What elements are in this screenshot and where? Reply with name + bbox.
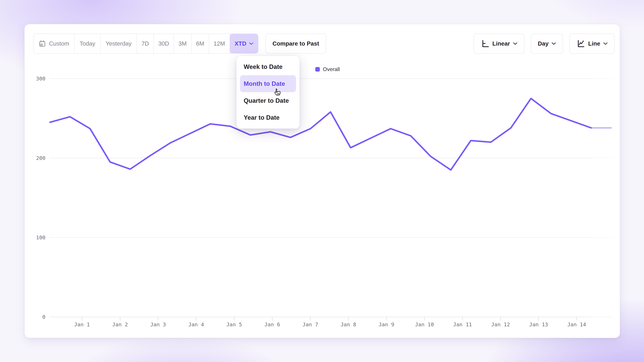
y-axis-label: 100 (36, 234, 46, 241)
scale-dropdown[interactable]: Linear (474, 33, 524, 54)
x-axis-label: Jan 7 (302, 322, 318, 328)
y-axis-label: 200 (36, 155, 46, 161)
x-axis-label: Jan 1 (74, 322, 90, 328)
compare-to-past-button[interactable]: Compare to Past (266, 33, 326, 54)
menu-item-month-to-date[interactable]: Month to Date (240, 75, 296, 92)
preset-7d[interactable]: 7D (137, 34, 154, 53)
preset-yesterday[interactable]: Yesterday (100, 34, 137, 53)
legend-swatch (315, 67, 320, 71)
axis-scale-icon (481, 39, 489, 48)
legend-series-label: Overall (323, 66, 340, 72)
chevron-down-icon (603, 42, 608, 45)
x-axis-label: Jan 3 (150, 322, 166, 328)
x-axis-label: Jan 13 (529, 322, 548, 328)
preset-label: Custom (49, 40, 69, 47)
chevron-down-icon (513, 42, 518, 45)
x-axis-label: Jan 10 (415, 322, 434, 328)
chart-legend[interactable]: Overall (315, 66, 340, 72)
x-axis-label: Jan 8 (340, 322, 356, 328)
x-axis-label: Jan 6 (264, 322, 280, 328)
y-axis-label: 300 (36, 76, 46, 82)
chart-controls: Linear Day Line (474, 33, 615, 54)
preset-xtd[interactable]: XTD (230, 34, 258, 53)
calendar-icon (38, 40, 46, 47)
menu-item-year-to-date[interactable]: Year to Date (237, 109, 299, 126)
x-axis-label: Jan 12 (491, 322, 510, 328)
incomplete-period-overlay (591, 75, 615, 323)
menu-item-quarter-to-date[interactable]: Quarter to Date (237, 92, 299, 109)
date-range-dropdown-menu: Week to Date Month to Date Quarter to Da… (236, 56, 300, 129)
y-axis-label: 0 (42, 314, 46, 320)
chevron-down-icon (552, 42, 556, 45)
x-axis-label: Jan 14 (567, 322, 586, 328)
preset-6m[interactable]: 6M (192, 34, 209, 53)
x-axis-label: Jan 2 (112, 322, 128, 328)
chevron-down-icon (249, 42, 254, 45)
menu-item-week-to-date[interactable]: Week to Date (237, 58, 299, 75)
date-range-presets: Custom Today Yesterday 7D 30D 3M 6M 12M … (33, 33, 258, 54)
chart-line (50, 98, 591, 170)
preset-custom[interactable]: Custom (34, 34, 75, 53)
insights-card: Custom Today Yesterday 7D 30D 3M 6M 12M … (24, 24, 620, 338)
line-chart-icon (576, 39, 585, 48)
x-axis-label: Jan 9 (379, 322, 394, 328)
preset-12m[interactable]: 12M (209, 34, 230, 53)
preset-3m[interactable]: 3M (174, 34, 192, 53)
x-axis-label: Jan 11 (453, 322, 472, 328)
chart-type-dropdown[interactable]: Line (569, 33, 615, 54)
preset-30d[interactable]: 30D (154, 34, 174, 53)
interval-dropdown[interactable]: Day (531, 33, 563, 54)
preset-today[interactable]: Today (75, 34, 100, 53)
x-axis-label: Jan 4 (188, 322, 204, 328)
x-axis-label: Jan 5 (226, 322, 242, 328)
cursor-pointer-icon (273, 88, 282, 98)
toolbar: Custom Today Yesterday 7D 30D 3M 6M 12M … (33, 33, 615, 54)
